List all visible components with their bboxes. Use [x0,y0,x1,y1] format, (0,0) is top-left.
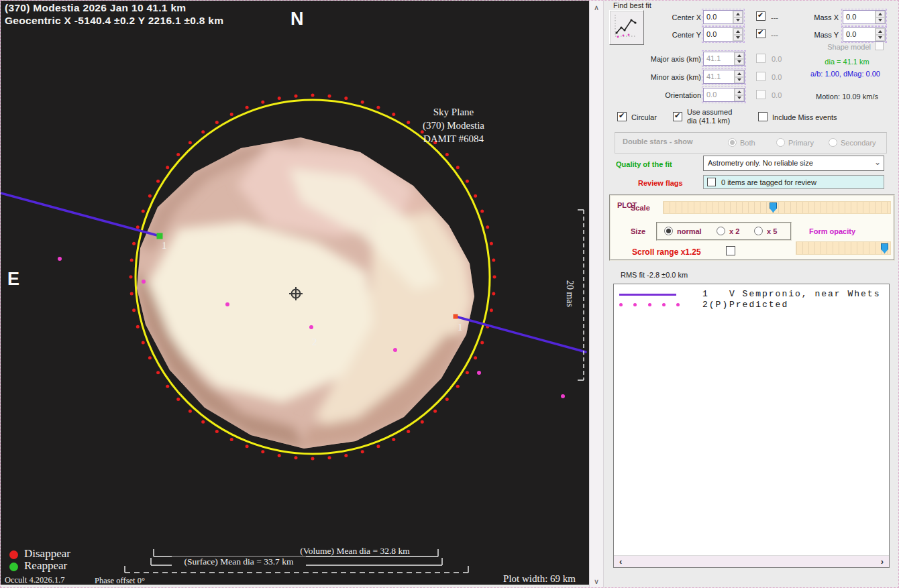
review-flags-field: 0 items are tagged for review [703,175,884,189]
include-miss-checkbox[interactable] [758,112,768,121]
chord-name: Predicted [729,300,788,310]
orientation-aux: 0.0 [772,91,782,99]
panel-header: Find best fit [613,1,651,9]
occult-window: 211 (370) Modestia 2026 Jan 10 41.1 km G… [0,0,899,588]
mass-x-value[interactable]: 0.0 [843,11,875,23]
major-axis-spin-up[interactable] [735,52,744,59]
minor-axis-checkbox[interactable] [756,72,765,81]
predicted-dot [142,280,146,284]
center-x-value[interactable]: 0.0 [704,11,733,23]
minor-axis-input[interactable]: 41.1 [703,70,745,84]
center-y-input[interactable]: 0.0 [703,27,743,42]
list-item[interactable]: 2(P) Predicted [614,300,889,310]
center-x-checkbox[interactable] [756,11,765,21]
use-assumed-label-1: Use assumed [687,108,732,116]
predicted-dots-swatch [619,303,680,306]
sky-plane-plot[interactable]: 211 (370) Modestia 2026 Jan 10 41.1 km G… [1,1,589,585]
center-x-input[interactable]: 0.0 [703,10,743,24]
review-flags-checkbox[interactable] [707,178,716,186]
chord-line-swatch [619,294,676,296]
center-x-spin-down[interactable] [733,17,743,24]
scale-slider[interactable] [663,201,891,214]
limb-dot [474,356,477,359]
motion-readout: Motion: 10.09 km/s [805,93,889,101]
shape-model-checkbox[interactable] [875,42,884,50]
disappear-dot-icon [9,550,18,559]
scale-slider-thumb[interactable] [770,202,777,213]
limb-dot [215,430,219,433]
mass-y-spin-up[interactable] [876,28,885,35]
plot-width-label: Plot width: 69 km [503,573,576,585]
limb-dot [189,141,192,144]
rms-fit-readout: RMS fit -2.8 ±0.0 km [621,271,688,279]
chord-list-hscrollbar[interactable]: ‹ › [614,555,889,567]
scroll-range-checkbox[interactable] [726,246,735,255]
scroll-right-icon[interactable]: › [881,556,884,567]
limb-dot [189,410,192,413]
orientation-spin-up[interactable] [735,89,744,95]
center-y-spin-down[interactable] [733,35,743,42]
orientation-checkbox[interactable] [756,90,765,99]
use-assumed-checkbox[interactable] [673,112,682,121]
limb-dot [311,94,315,97]
main-vertical-scrollbar[interactable]: ∧ ∨ [589,1,604,588]
predicted-chord-label: 2 [312,337,317,347]
mass-y-input[interactable]: 0.0 [843,27,886,42]
orientation-value[interactable]: 0.0 [704,89,734,101]
list-item[interactable]: 1 V Sempronio, near Whets [614,289,889,300]
mass-x-spin-up[interactable] [876,11,885,17]
mass-x-spin-down[interactable] [876,17,885,24]
orientation-input[interactable]: 0.0 [703,88,745,102]
minor-axis-value[interactable]: 41.1 [704,70,734,83]
mass-y-value[interactable]: 0.0 [843,28,875,41]
plot-title-line1: (370) Modestia 2026 Jan 10 41.1 km [5,2,186,14]
double-stars-primary-radio[interactable] [776,138,785,147]
mass-y-spin-down[interactable] [876,35,885,42]
find-best-fit-panel: Find best fit Center X 0.0 --- Mass X 0.… [604,1,899,588]
chord-list[interactable]: 1 V Sempronio, near Whets 2(P) Predicted… [613,284,890,568]
circular-checkbox[interactable] [617,112,627,121]
fit-plot-button[interactable] [609,10,644,45]
double-stars-secondary-radio[interactable] [829,138,837,147]
limb-dot [278,454,281,457]
minor-axis-spin-up[interactable] [735,70,744,77]
size-x2-radio[interactable] [717,227,725,235]
skyplane-label-3: DAMIT #6084 [396,133,511,145]
limb-dot [201,420,205,424]
scroll-left-icon[interactable]: ‹ [619,556,622,567]
major-axis-spin-down[interactable] [735,59,744,66]
quality-dropdown[interactable]: Astrometry only. No reliable size ⌄ [703,156,884,171]
form-opacity-slider-thumb[interactable] [881,243,888,253]
major-axis-checkbox[interactable] [756,54,765,63]
orientation-spin-down[interactable] [735,95,744,102]
minor-axis-spin-down[interactable] [735,77,744,84]
scroll-down-icon[interactable]: ∨ [590,577,603,586]
mass-x-input[interactable]: 0.0 [843,10,886,24]
chevron-down-icon[interactable]: ⌄ [874,158,881,167]
center-x-spin-up[interactable] [733,11,743,17]
major-axis-input[interactable]: 41.1 [703,52,745,66]
plot-settings-panel: PLOT Scale Size normal x 2 x 5 Form opac… [609,194,895,261]
form-opacity-slider[interactable] [796,241,891,255]
center-y-checkbox[interactable] [756,29,765,38]
size-normal-radio[interactable] [664,227,673,235]
form-opacity-label: Form opacity [809,227,855,235]
predicted-dot [561,394,565,398]
limb-dot [148,194,152,198]
limb-dot [156,180,160,183]
ab-dmag-readout: a/b: 1.00, dMag: 0.00 [795,70,896,78]
limb-dot [246,445,249,448]
limb-dot [311,457,315,461]
center-y-spin-up[interactable] [733,28,743,35]
center-y-value[interactable]: 0.0 [704,28,733,41]
phase-offset-label: Phase offset 0° [95,576,145,586]
center-y-dash: --- [771,31,778,39]
size-x5-radio[interactable] [754,227,763,235]
center-x-dash: --- [771,13,778,21]
major-axis-value[interactable]: 41.1 [704,52,734,65]
limb-dot [344,97,348,100]
limb-dot [261,101,264,104]
scroll-up-icon[interactable]: ∧ [590,3,603,12]
double-stars-both-radio[interactable] [728,138,737,147]
predicted-dot [477,371,481,375]
